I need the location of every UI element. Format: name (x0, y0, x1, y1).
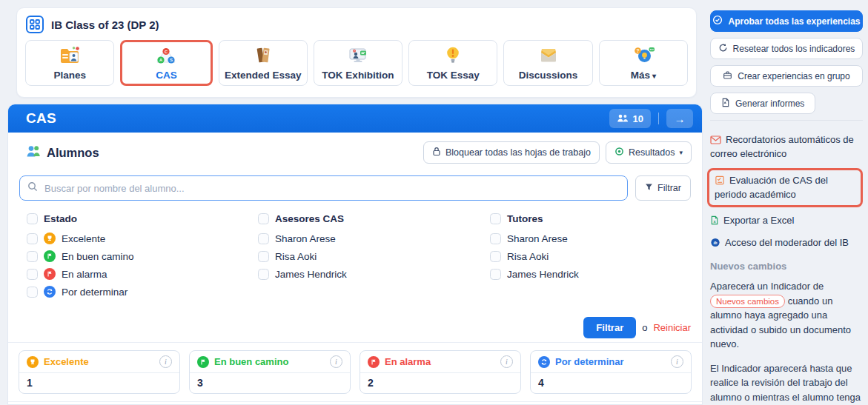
divider (8, 342, 702, 343)
summary-card-excelente: Excelente i 1 (19, 350, 180, 394)
approve-all-experiences-button[interactable]: Aprobar todas las experiencias (710, 10, 863, 32)
tab-tok-essay[interactable]: TOK Essay (408, 40, 497, 86)
checkbox[interactable] (258, 269, 269, 280)
card-value: 1 (19, 373, 179, 393)
tab-mas[interactable]: ? Más▾ (599, 40, 688, 86)
filter-submit-button[interactable]: Filtrar (583, 317, 636, 338)
header-divider (658, 113, 659, 124)
document-icon (721, 98, 730, 110)
student-count: 10 (633, 113, 643, 124)
card-value: 2 (360, 373, 520, 393)
generate-reports-button[interactable]: Generar informes (710, 93, 815, 114)
checkbox-asesores[interactable] (258, 213, 269, 224)
results-dropdown-button[interactable]: Resultados ▾ (606, 141, 692, 164)
export-excel-link[interactable]: x Exportar a Excel (710, 214, 863, 228)
class-header: IB Class of 23 (DP 2) (17, 8, 696, 40)
cas-triangle-icon: C A S (155, 46, 177, 67)
checkbox[interactable] (27, 287, 38, 298)
checkbox-estado[interactable] (27, 213, 38, 224)
tab-label: Planes (53, 70, 86, 81)
tab-planes[interactable]: Planes (25, 40, 114, 86)
search-icon (27, 181, 38, 195)
cas-panel-header: CAS 10 → (8, 104, 702, 133)
grid-icon[interactable] (26, 16, 44, 33)
flag-icon (368, 356, 380, 368)
tab-label: CAS (156, 70, 177, 81)
info-icon[interactable]: i (671, 355, 683, 368)
checkbox[interactable] (490, 269, 501, 280)
reset-all-indicators-button[interactable]: Resetear todos los indicadores (710, 38, 863, 59)
tab-label: Discussions (519, 70, 578, 81)
filter-column-asesores: Asesores CAS Sharon Arese Risa Aoki Jame… (258, 212, 490, 304)
email-reminders-link[interactable]: Recordatorios automáticos de correo elec… (710, 133, 863, 161)
lock-all-worksheets-button[interactable]: Bloquear todas las hojas de trabajo (423, 141, 600, 164)
section-title: Alumnos (47, 146, 99, 160)
flag-icon (197, 356, 209, 368)
filter-option-excelente: Excelente (27, 232, 258, 244)
arrow-right-icon: → (675, 113, 686, 125)
filter-option-tutor: Risa Aoki (490, 250, 691, 262)
card-header: En buen camino i (190, 351, 350, 373)
reset-separator: o (642, 322, 647, 333)
filter-option-tutor: Sharon Arese (490, 232, 691, 244)
page: IB Class of 23 (DP 2) Planes (0, 0, 868, 405)
filter-toggle-button[interactable]: Filtrar (635, 175, 691, 201)
info-icon[interactable]: i (330, 355, 342, 368)
checkbox[interactable] (258, 251, 269, 262)
filters-grid: Estado Excelente En buen camino (27, 212, 691, 304)
tab-label: TOK Essay (427, 70, 480, 81)
sidebar-divider (710, 120, 863, 121)
checkbox-tutores[interactable] (490, 213, 501, 224)
filter-header-asesores: Asesores CAS (258, 212, 490, 224)
cas-panel: CAS 10 → (7, 104, 703, 405)
briefcase-icon (723, 70, 732, 82)
new-changes-heading: Nuevos cambios (710, 261, 863, 272)
tab-label: Más▾ (631, 70, 656, 81)
search-input[interactable] (43, 182, 620, 195)
chevron-down-icon: ▾ (652, 72, 656, 80)
svg-text:x: x (713, 219, 716, 224)
checkbox[interactable] (27, 251, 38, 262)
next-arrow-button[interactable]: → (666, 109, 693, 128)
filter-column-tutores: Tutores Sharon Arese Risa Aoki James Hen… (490, 212, 691, 304)
page-title: IB Class of 23 (DP 2) (51, 19, 159, 31)
checklist-icon (715, 175, 725, 185)
summary-card-en-buen-camino: En buen camino i 3 (189, 350, 351, 394)
summary-cards: Excelente i 1 En buen camino i 3 (19, 350, 692, 394)
card-value: 3 (190, 373, 350, 393)
svg-text:?: ? (636, 47, 639, 53)
tab-label: TOK Exhibition (322, 70, 394, 81)
tab-tok-exhibition[interactable]: TOK Exhibition (314, 40, 402, 86)
envelope-icon (537, 46, 560, 67)
reset-link[interactable]: Reiniciar (653, 322, 691, 333)
envelope-icon (710, 135, 721, 144)
checkbox[interactable] (27, 269, 38, 280)
nuevos-cambios-badge: Nuevos cambios (710, 295, 785, 308)
cas-header-controls: 10 → (609, 109, 702, 128)
student-count-badge[interactable]: 10 (609, 109, 651, 128)
tab-discussions[interactable]: Discussions (503, 40, 592, 86)
students-section-header: Alumnos Bloquear todas las hojas de trab… (26, 141, 692, 164)
card-value: 4 (531, 373, 691, 393)
checkbox[interactable] (27, 233, 38, 244)
checkbox[interactable] (490, 251, 501, 262)
checkbox[interactable] (258, 233, 269, 244)
info-icon[interactable]: i (159, 355, 172, 368)
cas-term-evaluation-link[interactable]: Evaluación de CAS del periodo académico (715, 174, 855, 202)
filter-option-advisor: Sharon Arese (258, 232, 490, 244)
new-changes-paragraph-2: El Indicador aparecerá hasta que realice… (710, 361, 863, 405)
create-group-experiences-button[interactable]: Crear experiencias en grupo (710, 65, 863, 87)
excel-icon: x (710, 215, 719, 225)
info-icon[interactable]: i (500, 355, 513, 368)
checkbox[interactable] (490, 233, 501, 244)
sidebar: Aprobar todas las experiencias Resetear … (710, 7, 863, 405)
chevron-down-icon: ▾ (679, 149, 683, 156)
ib-moderator-access-link[interactable]: ib Acceso del moderador del IB (710, 236, 863, 250)
tab-extended-essay[interactable]: Extended Essay (219, 40, 308, 86)
students-actions: Bloquear todas las hojas de trabajo Resu… (423, 141, 692, 164)
books-icon (252, 46, 274, 67)
svg-text:C: C (165, 49, 168, 53)
divider (8, 401, 702, 402)
tab-cas[interactable]: C A S CAS (120, 40, 212, 86)
funnel-icon (645, 183, 653, 193)
